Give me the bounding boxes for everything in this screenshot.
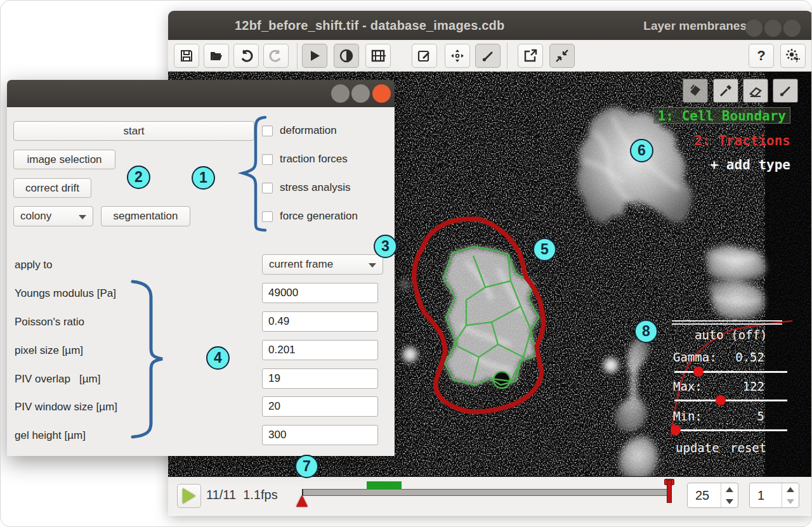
skip-spin-down-button[interactable] bbox=[782, 495, 799, 507]
export-view-button[interactable] bbox=[518, 44, 543, 68]
timeline-bar: 11/11 1.1fps 25 1 bbox=[168, 476, 812, 515]
fill-tool[interactable] bbox=[683, 79, 708, 103]
mode-dropdown-value: colony bbox=[20, 210, 51, 223]
timeline-end-marker[interactable] bbox=[667, 480, 672, 503]
mode-dropdown[interactable]: colony bbox=[13, 206, 93, 226]
force-generation-checkbox[interactable] bbox=[262, 211, 273, 222]
gamma-slider[interactable] bbox=[674, 371, 787, 373]
skip-spinbox[interactable]: 1 bbox=[749, 483, 799, 508]
correct-drift-button[interactable]: correct drift bbox=[13, 178, 91, 198]
save-button[interactable] bbox=[174, 44, 199, 68]
video-export-button[interactable] bbox=[365, 44, 391, 68]
play-button[interactable] bbox=[177, 484, 201, 508]
min-slider[interactable] bbox=[674, 429, 787, 431]
gamma-slider-handle[interactable] bbox=[693, 367, 704, 377]
reset-button[interactable]: reset bbox=[730, 441, 766, 455]
callout-4-number: 4 bbox=[214, 349, 222, 367]
max-label: Max: bbox=[673, 379, 702, 393]
callout-1-number: 1 bbox=[199, 169, 207, 186]
deformation-label: deformation bbox=[280, 124, 337, 137]
poissons-ratio-input[interactable] bbox=[262, 311, 378, 332]
callout-7: 7 bbox=[295, 455, 318, 478]
correct-drift-label: correct drift bbox=[25, 182, 79, 195]
segmentation-button[interactable]: segmentation bbox=[101, 206, 190, 226]
marker-type-tractions[interactable]: 2: Tractions bbox=[694, 133, 790, 149]
main-titlebar[interactable]: 12bf_before_shift.tif - database_images.… bbox=[168, 11, 812, 40]
folder-open-icon bbox=[209, 48, 224, 63]
add-marker-type[interactable]: + add type bbox=[710, 157, 790, 173]
start-button-label: start bbox=[123, 125, 144, 138]
max-slider[interactable] bbox=[674, 400, 787, 401]
play-toolbar-button[interactable] bbox=[302, 44, 327, 68]
eraser-tool[interactable] bbox=[743, 79, 768, 103]
tfm-addon-dialog: start image selection correct drift colo… bbox=[7, 80, 395, 456]
window-minimize-button[interactable] bbox=[745, 20, 763, 37]
update-button[interactable]: update bbox=[676, 441, 719, 455]
contrast-icon bbox=[339, 48, 354, 63]
min-value: 5 bbox=[733, 409, 764, 423]
timeline-start-marker[interactable] bbox=[296, 495, 308, 507]
save-icon bbox=[179, 48, 194, 63]
image-selection-button[interactable]: image selection bbox=[13, 150, 115, 169]
callout-4: 4 bbox=[206, 346, 230, 370]
dialog-close-button[interactable] bbox=[372, 84, 391, 103]
contrast-button[interactable] bbox=[334, 44, 359, 68]
bead-blob-dim bbox=[399, 279, 410, 290]
timeline-track[interactable] bbox=[302, 489, 670, 496]
brush-mask-tool[interactable] bbox=[773, 79, 798, 103]
fill-tool-icon bbox=[688, 83, 703, 98]
youngs-modulus-input[interactable] bbox=[262, 283, 378, 303]
dialog-maximize-button[interactable] bbox=[351, 84, 370, 103]
settings-button[interactable] bbox=[780, 44, 806, 68]
marker-edit-button[interactable] bbox=[412, 44, 437, 68]
piv-overlap-input[interactable] bbox=[262, 368, 378, 389]
max-slider-handle[interactable] bbox=[716, 395, 726, 405]
callout-2: 2 bbox=[127, 166, 150, 189]
play-icon bbox=[307, 48, 322, 63]
dialog-titlebar[interactable] bbox=[7, 80, 395, 107]
marker-type-cell-boundary[interactable]: 1: Cell Boundary bbox=[653, 107, 790, 124]
window-close-button[interactable] bbox=[783, 20, 801, 37]
contrast-panel-divider bbox=[672, 320, 782, 325]
skip-spin-up-button[interactable] bbox=[782, 483, 799, 495]
stress-analysis-checkbox[interactable] bbox=[262, 183, 273, 193]
open-button[interactable] bbox=[204, 44, 229, 68]
film-icon bbox=[370, 48, 386, 63]
undo-button[interactable] bbox=[233, 44, 259, 68]
segmentation-label: segmentation bbox=[113, 210, 178, 223]
min-slider-handle[interactable] bbox=[671, 425, 681, 435]
toolbar-separator bbox=[507, 42, 508, 69]
mask-brush-button[interactable] bbox=[475, 44, 501, 68]
fps-spin-down-button[interactable] bbox=[721, 495, 738, 507]
undo-icon bbox=[239, 48, 254, 63]
apply-to-value: current frame bbox=[269, 258, 333, 271]
deformation-checkbox[interactable] bbox=[262, 126, 273, 136]
stress-analysis-label: stress analysis bbox=[280, 181, 350, 194]
chevron-down-icon bbox=[79, 215, 86, 219]
redo-button[interactable] bbox=[263, 44, 289, 68]
dialog-minimize-button[interactable] bbox=[331, 84, 350, 103]
gel-height-input[interactable] bbox=[262, 425, 378, 445]
traction-forces-checkbox[interactable] bbox=[262, 154, 273, 165]
pixel-size-input[interactable] bbox=[262, 340, 378, 360]
fps-spinbox-value: 25 bbox=[688, 483, 721, 507]
help-button[interactable]: ? bbox=[749, 44, 774, 68]
auto-contrast-button[interactable]: auto (off) bbox=[695, 328, 767, 342]
move-tool-button[interactable] bbox=[445, 44, 470, 68]
piv-window-size-input[interactable] bbox=[262, 396, 378, 417]
fps-spinbox[interactable]: 25 bbox=[687, 483, 738, 508]
picker-tool[interactable] bbox=[713, 79, 738, 103]
callout-5-number: 5 bbox=[540, 241, 549, 258]
window-maximize-button[interactable] bbox=[764, 20, 782, 37]
fps-spin-up-button[interactable] bbox=[721, 483, 738, 495]
apply-to-dropdown[interactable]: current frame bbox=[262, 254, 383, 275]
fps-value: 1.1fps bbox=[243, 488, 277, 502]
up-arrow-icon bbox=[787, 487, 794, 492]
gamma-value: 0.52 bbox=[733, 350, 764, 364]
gear-icon bbox=[785, 48, 801, 63]
callout-8: 8 bbox=[634, 320, 658, 343]
fit-view-button[interactable] bbox=[549, 44, 575, 68]
toolbar-separator bbox=[297, 42, 298, 69]
piv-window-size-label: PIV window size [µm] bbox=[15, 401, 117, 413]
start-button[interactable]: start bbox=[13, 121, 254, 141]
